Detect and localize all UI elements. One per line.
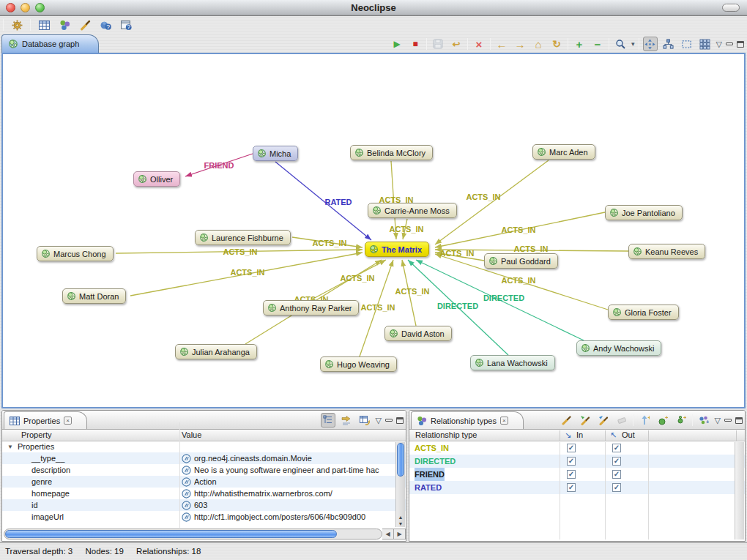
- zoom-in-button[interactable]: +: [572, 37, 587, 51]
- properties-group-row[interactable]: ▼ Properties: [2, 441, 406, 452]
- tab-properties[interactable]: Properties ×: [4, 411, 87, 429]
- hscroll-thumb[interactable]: [5, 530, 337, 538]
- relationship-row[interactable]: FRIEND✓✓: [409, 468, 745, 481]
- view-menu-button[interactable]: ▽: [716, 40, 722, 49]
- properties-table-icon[interactable]: [37, 18, 51, 32]
- in-checkbox[interactable]: ✓: [567, 444, 576, 452]
- help-contents-icon[interactable]: ?: [98, 18, 113, 32]
- graph-node-marc-aden[interactable]: Marc Aden: [532, 144, 595, 160]
- close-icon[interactable]: ×: [64, 417, 72, 425]
- vscroll-thumb[interactable]: [397, 443, 404, 477]
- back-button[interactable]: ←: [494, 37, 509, 51]
- property-row[interactable]: imageUrlhttp://cf1.imgobject.com/posters…: [2, 511, 406, 523]
- pan-mode-button[interactable]: [643, 37, 658, 51]
- in-checkbox[interactable]: ✓: [567, 470, 576, 479]
- stop-button[interactable]: ■: [408, 37, 423, 51]
- in-checkbox[interactable]: ✓: [567, 457, 576, 466]
- out-checkbox[interactable]: ✓: [612, 444, 621, 452]
- graph-node-gloria-foster[interactable]: Gloria Foster: [608, 305, 679, 320]
- forward-button[interactable]: →: [513, 37, 527, 51]
- close-icon[interactable]: ×: [500, 417, 508, 425]
- highlight-relationships-button[interactable]: [560, 413, 574, 428]
- graph-node-paul-goddard[interactable]: Paul Goddard: [484, 253, 558, 269]
- magnifier-dropdown-icon[interactable]: ▾: [631, 40, 635, 48]
- expand-triangle-icon[interactable]: ▼: [7, 441, 13, 452]
- property-row[interactable]: genreAction: [2, 476, 406, 488]
- minimize-view-button[interactable]: [385, 419, 393, 422]
- toolbar-toggle-button[interactable]: [722, 4, 740, 12]
- graph-node-belinda-mcclory[interactable]: Belinda McClory: [350, 145, 433, 160]
- add-relationship-button[interactable]: ✦: [637, 413, 652, 428]
- marquee-select-button[interactable]: [680, 37, 694, 51]
- property-row[interactable]: __type__org.neo4j.cineasts.domain.Movie: [2, 452, 406, 464]
- graph-node-anthony-ray-parker[interactable]: Anthony Ray Parker: [263, 300, 359, 316]
- relationship-row[interactable]: DIRECTED✓✓: [409, 455, 745, 468]
- tree-layout-button[interactable]: [661, 37, 676, 51]
- decorate-brush-icon[interactable]: [78, 18, 92, 32]
- run-button[interactable]: ▶: [390, 37, 404, 51]
- maximize-view-button[interactable]: [735, 417, 743, 424]
- minimize-view-button[interactable]: [724, 419, 732, 422]
- graph-node-matt-doran[interactable]: Matt Doran: [62, 288, 126, 304]
- clear-highlight-button[interactable]: [614, 413, 629, 428]
- properties-vscrollbar[interactable]: ▲▼: [395, 442, 405, 527]
- in-checkbox[interactable]: ✓: [567, 483, 576, 492]
- refresh-button[interactable]: ↻: [549, 37, 564, 51]
- property-row[interactable]: descriptionNeo is a young software engin…: [2, 464, 406, 476]
- relationship-row[interactable]: ACTS_IN✓✓: [409, 441, 745, 455]
- grid-layout-button[interactable]: [698, 37, 713, 51]
- graph-node-david-aston[interactable]: David Aston: [384, 326, 452, 341]
- graph-node-carrie-anne-moss[interactable]: Carrie-Anne Moss: [368, 203, 457, 218]
- property-row[interactable]: id603: [2, 499, 406, 511]
- show-categories-button[interactable]: [321, 413, 335, 428]
- view-menu-button[interactable]: ▽: [376, 416, 382, 425]
- zoom-out-button[interactable]: −: [590, 37, 605, 51]
- graph-node-olliver[interactable]: Olliver: [133, 171, 180, 187]
- home-button[interactable]: ⌂: [531, 37, 546, 51]
- property-row[interactable]: homepagehttp://whatisthematrix.warnerbro…: [2, 488, 406, 499]
- out-checkbox[interactable]: ✓: [612, 483, 621, 492]
- graph-node-keanu-reeves[interactable]: Keanu Reeves: [628, 244, 705, 259]
- refresh-table-button[interactable]: [357, 413, 372, 428]
- minimize-view-button[interactable]: [726, 42, 733, 45]
- graph-node-marcus-chong[interactable]: Marcus Chong: [37, 246, 114, 261]
- scroll-right-icon[interactable]: ▶: [394, 529, 406, 540]
- graph-node-micha[interactable]: Micha: [253, 146, 298, 161]
- node-label: Anthony Ray Parker: [280, 304, 352, 313]
- properties-hscrollbar[interactable]: ◀ ▶: [4, 529, 406, 540]
- scroll-left-icon[interactable]: ◀: [382, 529, 394, 540]
- graph-node-joe-pantoliano[interactable]: Joe Pantoliano: [605, 205, 683, 220]
- out-checkbox[interactable]: ✓: [612, 457, 621, 466]
- relationship-vscrollbar[interactable]: [735, 442, 744, 540]
- graph-canvas[interactable]: FRIENDRATEDACTS_INACTS_INACTS_INACTS_INA…: [1, 53, 746, 408]
- follow-selection-button[interactable]: [339, 413, 354, 428]
- view-menu-button[interactable]: ▽: [715, 416, 721, 425]
- dynamic-help-icon[interactable]: ?: [119, 18, 133, 32]
- relationship-types-icon[interactable]: [57, 18, 72, 32]
- add-incoming-node-button[interactable]: +: [655, 413, 670, 428]
- magnifier-button[interactable]: [613, 37, 628, 51]
- delete-button[interactable]: ×: [472, 37, 486, 51]
- revert-button[interactable]: ↩: [449, 37, 464, 51]
- save-button[interactable]: [431, 37, 445, 51]
- graph-node-hugo-weaving[interactable]: Hugo Weaving: [320, 356, 397, 372]
- graph-node-laurence-fishburne[interactable]: Laurence Fishburne: [195, 230, 291, 245]
- new-relationship-type-button[interactable]: +: [696, 413, 711, 428]
- scroll-down-icon[interactable]: ▼: [396, 520, 405, 527]
- graph-node-the-matrix[interactable]: The Matrix: [365, 242, 429, 257]
- preferences-gear-icon[interactable]: [10, 18, 24, 32]
- out-checkbox[interactable]: ✓: [612, 470, 621, 479]
- highlight-start-nodes-button[interactable]: [578, 413, 592, 428]
- graph-node-julian-arahanga[interactable]: Julian Arahanga: [175, 344, 257, 359]
- scroll-up-icon[interactable]: ▲: [396, 514, 405, 520]
- maximize-view-button[interactable]: [396, 417, 404, 424]
- graph-node-andy-wachowski[interactable]: Andy Wachowski: [576, 340, 661, 356]
- highlight-end-nodes-button[interactable]: [596, 413, 611, 428]
- tab-relationship-types[interactable]: Relationship types ×: [411, 411, 524, 429]
- graph-node-lana-wachowski[interactable]: Lana Wachowski: [470, 355, 555, 370]
- relationship-row[interactable]: RATED✓✓: [409, 481, 745, 494]
- add-outgoing-node-button[interactable]: +: [674, 413, 688, 428]
- node-label: Matt Doran: [79, 292, 119, 301]
- maximize-view-button[interactable]: [737, 41, 744, 48]
- tab-database-graph[interactable]: Database graph: [1, 34, 99, 53]
